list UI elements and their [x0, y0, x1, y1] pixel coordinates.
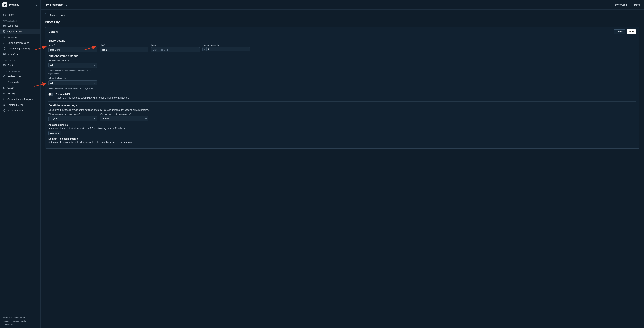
sidebar-item-roles-permissions[interactable]: Roles & Permissions — [0, 40, 40, 46]
select-value: Nobody — [102, 117, 110, 120]
svg-point-13 — [4, 110, 5, 111]
domain-role-description: Automatically assign Roles to Members if… — [48, 141, 636, 143]
page-title: New Org — [45, 20, 639, 24]
name-input[interactable] — [48, 47, 97, 52]
sidebar-item-emails[interactable]: Emails — [0, 62, 40, 68]
building-icon — [3, 30, 6, 33]
footer-link-slack[interactable]: Join our Slack community — [3, 320, 38, 322]
sidebar-item-passwords[interactable]: Passwords — [0, 79, 40, 85]
svg-rect-3 — [4, 43, 5, 44]
footer-link-forum[interactable]: Visit our developer forum — [3, 317, 38, 319]
arrow-left-icon: ← — [47, 14, 49, 16]
require-mfa-label: Require MFA — [56, 93, 129, 96]
code-gutter: 1 — [202, 47, 206, 51]
sidebar-item-frontend-sdks[interactable]: Frontend SDKs — [0, 102, 40, 108]
sidebar-item-label: Custom Claims Template — [8, 98, 33, 100]
chevron-up-down-icon — [65, 3, 68, 6]
sliders-icon — [3, 103, 6, 106]
require-mfa-toggle[interactable] — [48, 93, 54, 96]
main: My first project stytch.com Docs ← Back … — [40, 0, 644, 328]
sidebar-item-project-settings[interactable]: Project settings — [0, 108, 40, 113]
select-value: All — [50, 64, 53, 66]
password-icon — [3, 81, 6, 83]
chevron-down-icon: ▾ — [94, 82, 95, 84]
chevron-down-icon: ▾ — [146, 117, 146, 120]
allowed-mfa-methods-select[interactable]: All ▾ — [48, 80, 97, 85]
name-label: Name* — [48, 44, 97, 46]
workspace-switcher[interactable]: D Draft.dev — [0, 0, 40, 9]
back-label: Back to all orgs — [50, 14, 64, 16]
gear-icon — [3, 109, 6, 112]
mail-icon — [3, 64, 6, 67]
basic-details-heading: Basic Details — [48, 39, 636, 42]
trusted-metadata-input[interactable] — [206, 47, 250, 51]
card-body: Basic Details Name* Slug* Logo — [46, 36, 639, 148]
sidebar-item-members[interactable]: Members — [0, 34, 40, 40]
select-value: All — [50, 82, 53, 84]
project-name: My first project — [46, 3, 63, 6]
svg-rect-5 — [3, 53, 5, 54]
sidebar-item-label: M2M Clients — [8, 53, 20, 56]
slug-label: Slug* — [100, 44, 148, 46]
add-new-domain-button[interactable]: Add new — [48, 131, 61, 135]
oauth-icon — [3, 86, 6, 89]
svg-rect-0 — [3, 25, 5, 27]
footer-link-contact[interactable]: Contact us — [3, 323, 38, 326]
details-card: Details Cancel Save Basic Details Name* … — [45, 27, 639, 149]
email-domain-description: Decide your Invite/JIT provisioning sett… — [48, 109, 636, 111]
workspace-avatar: D — [2, 2, 8, 7]
link-icon — [3, 75, 6, 78]
trusted-metadata-label: Trusted metadata — [202, 44, 250, 46]
sidebar-item-label: Redirect URLs — [8, 75, 23, 78]
allowed-domains-description: Add email domains that allow invites or … — [48, 127, 636, 130]
sidebar-item-device-fingerprinting[interactable]: Device Fingerprinting — [0, 46, 40, 51]
topbar-link-docs[interactable]: Docs — [634, 3, 640, 6]
select-value: Anyone — [50, 117, 58, 120]
workspace-name: Draft.dev — [9, 3, 34, 6]
slug-input[interactable] — [100, 47, 148, 52]
card-title: Details — [48, 30, 614, 33]
logo-input[interactable] — [151, 47, 200, 52]
allowed-domains-title: Allowed domains — [48, 124, 636, 126]
sidebar-item-oauth[interactable]: OAuth — [0, 85, 40, 91]
sidebar-item-api-keys[interactable]: API keys — [0, 91, 40, 96]
save-button[interactable]: Save — [627, 29, 636, 34]
sidebar-item-label: Members — [8, 36, 17, 38]
sidebar-item-event-logs[interactable]: Event logs — [0, 23, 40, 29]
project-switcher[interactable]: My first project — [44, 2, 70, 7]
key-icon — [3, 92, 6, 95]
svg-point-11 — [5, 105, 5, 105]
domain-role-title: Domain Role assignments — [48, 137, 636, 140]
allowed-mfa-methods-label: Allowed MFA methods — [48, 77, 97, 79]
users-icon — [3, 36, 6, 38]
invite-select[interactable]: Anyone ▾ — [48, 116, 97, 121]
svg-rect-1 — [4, 30, 5, 32]
list-icon — [3, 24, 6, 27]
sidebar-item-label: OAuth — [8, 86, 14, 89]
svg-point-9 — [4, 93, 4, 94]
sidebar-item-label: Passwords — [8, 81, 19, 83]
lock-icon — [3, 41, 6, 44]
back-to-all-orgs-button[interactable]: ← Back to all orgs — [45, 13, 66, 17]
allowed-auth-methods-select[interactable]: All ▾ — [48, 63, 97, 68]
svg-point-12 — [4, 105, 4, 105]
sidebar-item-m2m-clients[interactable]: M2M Clients — [0, 51, 40, 57]
jit-select[interactable]: Nobody ▾ — [100, 116, 148, 121]
cancel-button[interactable]: Cancel — [614, 29, 626, 34]
sidebar-item-label: Device Fingerprinting — [8, 47, 30, 50]
sidebar-item-redirect-urls[interactable]: Redirect URLs — [0, 73, 40, 79]
sidebar-item-label: Roles & Permissions — [8, 41, 29, 44]
chevron-up-down-icon[interactable] — [36, 3, 38, 6]
sidebar-item-organizations[interactable]: Organizations — [0, 29, 40, 34]
sidebar-item-home[interactable]: Home — [0, 12, 40, 17]
svg-point-2 — [4, 36, 4, 37]
sidebar-item-custom-claims[interactable]: Custom Claims Template — [0, 96, 40, 102]
sidebar-item-label: Emails — [8, 64, 14, 67]
invite-label: Who can receive an invite to join? — [48, 113, 97, 115]
device-icon — [3, 47, 6, 50]
topbar-link-site[interactable]: stytch.com — [615, 3, 628, 6]
svg-rect-6 — [3, 54, 5, 55]
braces-icon — [3, 98, 6, 100]
svg-rect-8 — [4, 87, 5, 89]
auth-settings-heading: Authentication settings — [48, 55, 636, 58]
